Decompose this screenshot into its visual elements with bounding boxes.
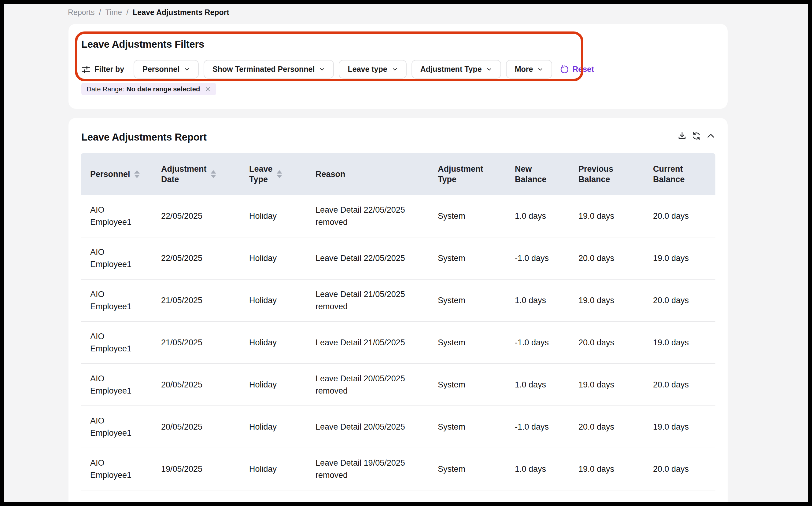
column-header-leave-type[interactable]: Leave Type [249,153,315,195]
filter-button-label: Personnel [142,65,179,74]
sort-arrows-icon [134,170,140,178]
column-label: New Balance [515,164,546,184]
table-row: AIO Employee1 21/05/2025 Holiday Leave D… [81,322,715,364]
cell-previous-balance: 19.0 days [578,364,653,406]
cell-adjustment-type: System [438,448,515,490]
cell-adjustment-date: 22/05/2025 [161,195,249,237]
cell-leave-type: Holiday [249,364,315,406]
cell-previous-balance: 20.0 days [578,322,653,363]
cell-new-balance: 1.0 days [515,448,578,490]
table-header-row: Personnel Adjustment Date Leave Type Rea… [81,153,715,195]
cell-previous-balance: 19.0 days [578,195,653,237]
cell-leave-type: Holiday [249,237,315,279]
cell-adjustment-type: System [438,195,515,237]
table-row: AIO Employee1 22/05/2025 Holiday Leave D… [81,237,715,279]
cell-current-balance: 20.0 days [653,364,715,406]
cell-new-balance: -1.0 days [515,237,578,279]
cell-adjustment-type: System [438,322,515,363]
column-label: Adjustment Type [438,164,483,184]
reset-button[interactable]: Reset [560,65,594,74]
cell-adjustment-type: System [438,279,515,321]
cell-previous-balance [578,490,653,502]
cell-reason: Leave Detail 20/05/2025 [315,406,438,448]
cell-adjustment-date: 21/05/2025 [161,322,249,363]
chevron-down-icon [392,66,398,72]
breadcrumb-time[interactable]: Time [105,8,122,17]
cell-adjustment-date: 20/05/2025 [161,364,249,406]
cell-adjustment-type: System [438,406,515,448]
cell-personnel: AIO Employee1 [81,406,161,448]
date-range-chip-prefix: Date Range: [86,85,125,93]
sort-arrows-icon [277,170,282,178]
column-label: Personnel [90,169,130,179]
cell-adjustment-type: System [438,364,515,406]
download-icon[interactable] [677,131,687,141]
date-range-chip: Date Range: No date range selected [81,83,216,95]
chevron-down-icon [537,66,543,72]
filter-button-leave-type[interactable]: Leave type [339,60,406,79]
table-row: AIO Employee1 22/05/2025 Holiday Leave D… [81,195,715,237]
filter-sliders-icon [81,65,90,74]
cell-reason: Leave Detail 19/05/2025 removed [315,448,438,490]
chevron-down-icon [319,66,325,72]
table-row: AIO Employee1 19/05/2025 Holiday Leave D… [81,448,715,490]
column-header-new-balance: New Balance [515,153,578,195]
reset-circular-arrow-icon [560,65,569,74]
cell-reason [315,490,438,502]
filter-button-show-terminated-personnel[interactable]: Show Terminated Personnel [204,60,334,79]
close-icon[interactable] [205,86,211,92]
table-row: AIO Employee1 [81,490,715,502]
cell-adjustment-date: 20/05/2025 [161,406,249,448]
filter-button-personnel[interactable]: Personnel [134,60,199,79]
cell-reason: Leave Detail 21/05/2025 removed [315,279,438,321]
cell-new-balance: -1.0 days [515,406,578,448]
breadcrumb: Reports / Time / Leave Adjustments Repor… [68,8,229,17]
breadcrumb-separator: / [126,8,128,17]
column-header-current-balance: Current Balance [653,153,715,195]
cell-leave-type [249,490,315,502]
cell-current-balance: 19.0 days [653,406,715,448]
breadcrumb-separator: / [99,8,101,17]
column-header-previous-balance: Previous Balance [578,153,653,195]
column-label: Current Balance [653,164,685,184]
cell-personnel: AIO Employee1 [81,364,161,406]
breadcrumb-reports[interactable]: Reports [68,8,95,17]
column-header-personnel[interactable]: Personnel [81,153,161,195]
page: Reports / Time / Leave Adjustments Repor… [4,4,808,502]
cell-reason: Leave Detail 22/05/2025 removed [315,195,438,237]
filter-button-label: Show Terminated Personnel [213,65,315,74]
report-title: Leave Adjustments Report [81,132,207,143]
column-label: Adjustment Date [161,164,207,184]
cell-personnel: AIO Employee1 [81,490,161,502]
filters-title: Leave Adjustments Filters [81,38,204,50]
cell-leave-type: Holiday [249,279,315,321]
cell-current-balance: 20.0 days [653,448,715,490]
filter-by-label: Filter by [94,65,124,74]
column-header-adjustment-date[interactable]: Adjustment Date [161,153,249,195]
filter-button-label: Leave type [348,65,387,74]
cell-adjustment-type: System [438,237,515,279]
report-card: Leave Adjustments Report [69,118,728,502]
report-toolbar [677,131,716,141]
table-body: AIO Employee1 22/05/2025 Holiday Leave D… [81,195,715,502]
cell-adjustment-date: 21/05/2025 [161,279,249,321]
sort-arrows-icon [211,170,216,178]
breadcrumb-current: Leave Adjustments Report [133,8,229,17]
cell-new-balance: 1.0 days [515,195,578,237]
cell-current-balance: 20.0 days [653,279,715,321]
cell-reason: Leave Detail 20/05/2025 removed [315,364,438,406]
chevron-up-icon[interactable] [706,131,716,141]
cell-personnel: AIO Employee1 [81,279,161,321]
refresh-icon[interactable] [691,131,702,141]
filters-card: Leave Adjustments Filters Filter by Pers… [69,24,728,109]
filter-button-more[interactable]: More [506,60,552,79]
filter-button-label: Adjustment Type [420,65,482,74]
chevron-down-icon [184,66,190,72]
cell-new-balance: -1.0 days [515,322,578,363]
filter-button-adjustment-type[interactable]: Adjustment Type [412,60,501,79]
table-row: AIO Employee1 20/05/2025 Holiday Leave D… [81,364,715,406]
cell-current-balance [653,490,715,502]
cell-personnel: AIO Employee1 [81,195,161,237]
table-row: AIO Employee1 20/05/2025 Holiday Leave D… [81,406,715,448]
cell-leave-type: Holiday [249,322,315,363]
